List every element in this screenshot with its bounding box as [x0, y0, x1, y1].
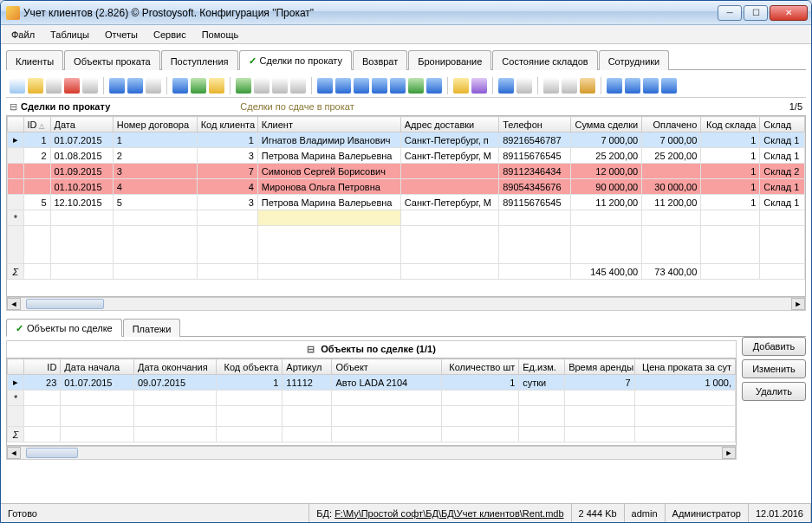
cell[interactable]: [499, 210, 571, 226]
cell[interactable]: 5: [23, 195, 50, 210]
cell[interactable]: [61, 391, 134, 406]
cell[interactable]: Миронова Ольга Петровна: [257, 179, 400, 195]
col-header[interactable]: Клиент: [257, 117, 400, 132]
cell[interactable]: Склад 1: [760, 179, 805, 195]
cell[interactable]: Игнатов Владимир Иванович: [257, 132, 400, 148]
tool-icon[interactable]: [354, 78, 369, 94]
menu-reports[interactable]: Отчеты: [98, 28, 145, 42]
collapse-icon[interactable]: ⊟: [10, 101, 17, 113]
cell[interactable]: [642, 164, 701, 179]
col-header[interactable]: Код клиента: [197, 117, 257, 132]
menu-service[interactable]: Сервис: [146, 28, 193, 42]
cell[interactable]: [217, 391, 283, 406]
tab-1[interactable]: Объекты проката: [64, 50, 160, 70]
tool-print-icon[interactable]: [272, 78, 288, 94]
cell[interactable]: 11 200,00: [642, 195, 701, 210]
tab-2[interactable]: Поступления: [161, 50, 238, 70]
cell[interactable]: [400, 179, 498, 195]
cell[interactable]: 01.07.2015: [61, 375, 134, 391]
edit-button[interactable]: Изменить: [742, 359, 806, 378]
col-header[interactable]: Дата: [50, 117, 113, 132]
menu-tables[interactable]: Таблицы: [43, 28, 96, 42]
tool-refresh-icon[interactable]: [236, 78, 251, 94]
tool-export-icon[interactable]: [317, 78, 333, 94]
cell[interactable]: [400, 164, 498, 179]
scroll-right-icon[interactable]: ►: [791, 298, 805, 310]
cell[interactable]: 1: [701, 132, 760, 148]
col-header[interactable]: Адрес доставки: [400, 117, 498, 132]
col-header[interactable]: Цена проката за сут: [634, 359, 735, 375]
cell[interactable]: [283, 391, 332, 406]
cell[interactable]: 1: [701, 148, 760, 164]
cell[interactable]: 3: [197, 195, 257, 210]
cell[interactable]: [634, 391, 735, 406]
tool-icon[interactable]: [372, 78, 387, 94]
minimize-button[interactable]: ─: [718, 5, 742, 21]
col-header[interactable]: Оплачено: [642, 117, 701, 132]
cell[interactable]: 01.08.2015: [50, 148, 113, 164]
cell[interactable]: 3: [113, 164, 197, 179]
cell[interactable]: 90 000,00: [570, 179, 642, 195]
col-header[interactable]: Ед.изм.: [519, 359, 565, 375]
table-row[interactable]: 512.10.201553Петрова Марина ВалерьевнаСа…: [8, 195, 805, 210]
cell[interactable]: 1: [217, 375, 283, 391]
tool-icon[interactable]: [390, 78, 406, 94]
tool-icon[interactable]: [290, 78, 306, 94]
cell[interactable]: 23: [24, 375, 61, 391]
col-header[interactable]: Номер договора: [113, 117, 197, 132]
cell[interactable]: Склад 2: [760, 164, 805, 179]
cell[interactable]: Склад 1: [760, 148, 805, 164]
scroll-right-icon[interactable]: ►: [722, 447, 736, 459]
tool-chart-icon[interactable]: [471, 78, 487, 94]
cell[interactable]: [24, 391, 61, 406]
table-row[interactable]: ▸2301.07.201509.07.2015111112Авто LADA 2…: [8, 375, 736, 391]
cell[interactable]: 1: [701, 164, 760, 179]
cell[interactable]: 01.07.2015: [50, 132, 113, 148]
cell[interactable]: 4: [197, 179, 257, 195]
new-row[interactable]: *: [8, 391, 736, 406]
cell[interactable]: 3: [197, 148, 257, 164]
tool-prev-icon[interactable]: [625, 78, 640, 94]
tool-filter2-icon[interactable]: [127, 78, 143, 94]
cell[interactable]: 4: [113, 179, 197, 195]
cell[interactable]: 7: [197, 164, 257, 179]
cell[interactable]: 1: [113, 132, 197, 148]
scroll-thumb[interactable]: [26, 299, 104, 309]
col-header[interactable]: Артикул: [283, 359, 332, 375]
detail-hscroll[interactable]: ◄ ►: [6, 446, 737, 460]
col-header[interactable]: ID △: [23, 117, 50, 132]
delete-button[interactable]: Удалить: [742, 382, 806, 401]
col-header[interactable]: Время аренды: [565, 359, 634, 375]
col-header[interactable]: Дата окончания: [133, 359, 216, 375]
col-header[interactable]: Код объекта: [217, 359, 283, 375]
col-header[interactable]: Телефон: [499, 117, 571, 132]
cell[interactable]: сутки: [519, 375, 565, 391]
cell[interactable]: 1: [701, 195, 760, 210]
tool-icon[interactable]: [146, 78, 161, 94]
tool-sql-icon[interactable]: [209, 78, 224, 94]
tab-0[interactable]: Клиенты: [6, 50, 63, 70]
col-header[interactable]: Склад: [760, 117, 805, 132]
cell[interactable]: 7 000,00: [642, 132, 701, 148]
cell[interactable]: Санкт-Петербург, п: [400, 132, 498, 148]
cell[interactable]: [519, 391, 565, 406]
col-header[interactable]: ID: [24, 359, 61, 375]
tool-last-icon[interactable]: [661, 78, 677, 94]
cell[interactable]: 89115676545: [499, 195, 571, 210]
cell[interactable]: 5: [113, 195, 197, 210]
tool-grid2-icon[interactable]: [562, 78, 577, 94]
tool-funnel-icon[interactable]: [172, 78, 188, 94]
cell[interactable]: 1: [701, 179, 760, 195]
col-header[interactable]: Код склада: [701, 117, 760, 132]
cell[interactable]: 89115676545: [499, 148, 571, 164]
cell[interactable]: Санкт-Петербург, М: [400, 148, 498, 164]
cell[interactable]: [400, 210, 498, 226]
cell[interactable]: 89112346434: [499, 164, 571, 179]
tool-next-icon[interactable]: [643, 78, 659, 94]
cell[interactable]: 09.07.2015: [133, 375, 216, 391]
tool-copy-icon[interactable]: [46, 78, 62, 94]
cell[interactable]: [197, 210, 257, 226]
tool-excel-icon[interactable]: [408, 78, 424, 94]
cell[interactable]: 1: [442, 375, 519, 391]
main-grid[interactable]: ID △ДатаНомер договораКод клиентаКлиентА…: [6, 115, 806, 297]
